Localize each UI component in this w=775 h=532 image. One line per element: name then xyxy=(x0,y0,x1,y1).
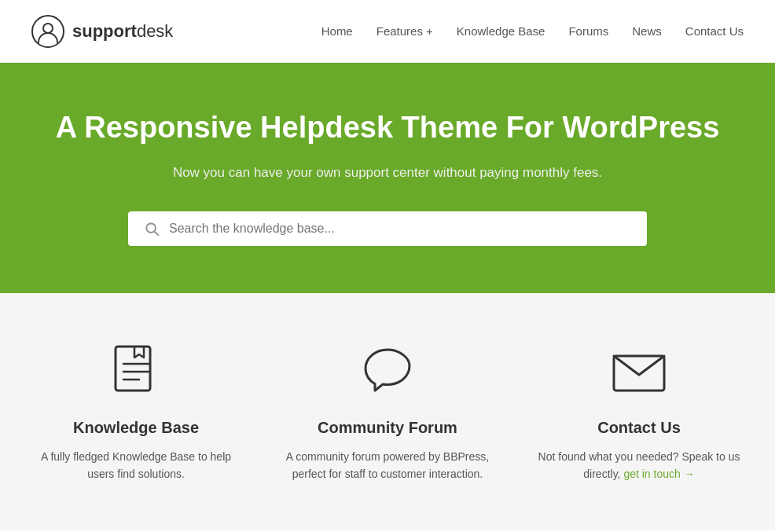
nav-contact-us[interactable]: Contact Us xyxy=(685,24,744,38)
feature-community-forum: Community Forum A community forum powere… xyxy=(285,340,490,483)
hero-section: A Responsive Helpdesk Theme For WordPres… xyxy=(0,63,775,293)
nav-forums[interactable]: Forums xyxy=(568,24,608,38)
knowledge-base-description: A fully fledged Knowledge Base to help u… xyxy=(34,448,238,483)
svg-point-1 xyxy=(43,24,53,33)
feature-knowledge-base: Knowledge Base A fully fledged Knowledge… xyxy=(34,340,238,483)
chat-icon xyxy=(356,340,419,403)
nav-home[interactable]: Home xyxy=(321,24,353,38)
features-section: Knowledge Base A fully fledged Knowledge… xyxy=(0,293,775,530)
nav-news[interactable]: News xyxy=(632,24,662,38)
main-nav: Home Features + Knowledge Base Forums Ne… xyxy=(321,24,744,38)
logo-text: supportdesk xyxy=(72,21,173,42)
community-forum-description: A community forum powered by BBPress, pe… xyxy=(285,448,490,483)
logo-icon xyxy=(31,15,64,48)
nav-features[interactable]: Features + xyxy=(376,24,433,38)
hero-title: A Responsive Helpdesk Theme For WordPres… xyxy=(31,110,744,146)
svg-line-3 xyxy=(155,232,159,236)
search-input[interactable] xyxy=(169,222,631,236)
feature-contact-us: Contact Us Not found what you needed? Sp… xyxy=(537,340,741,483)
site-header: supportdesk Home Features + Knowledge Ba… xyxy=(0,0,775,63)
contact-us-description: Not found what you needed? Speak to us d… xyxy=(537,448,741,483)
search-bar xyxy=(128,211,647,246)
svg-rect-4 xyxy=(116,347,150,391)
get-in-touch-link[interactable]: get in touch → xyxy=(623,468,694,480)
document-icon xyxy=(105,340,167,403)
site-logo[interactable]: supportdesk xyxy=(31,15,173,48)
nav-knowledge-base[interactable]: Knowledge Base xyxy=(457,24,545,38)
knowledge-base-title: Knowledge Base xyxy=(73,419,199,437)
hero-subtitle: Now you can have your own support center… xyxy=(31,162,744,183)
mail-icon xyxy=(608,340,670,403)
contact-us-title: Contact Us xyxy=(597,419,681,437)
community-forum-title: Community Forum xyxy=(318,419,457,437)
svg-point-0 xyxy=(32,16,64,47)
search-icon xyxy=(144,221,160,237)
